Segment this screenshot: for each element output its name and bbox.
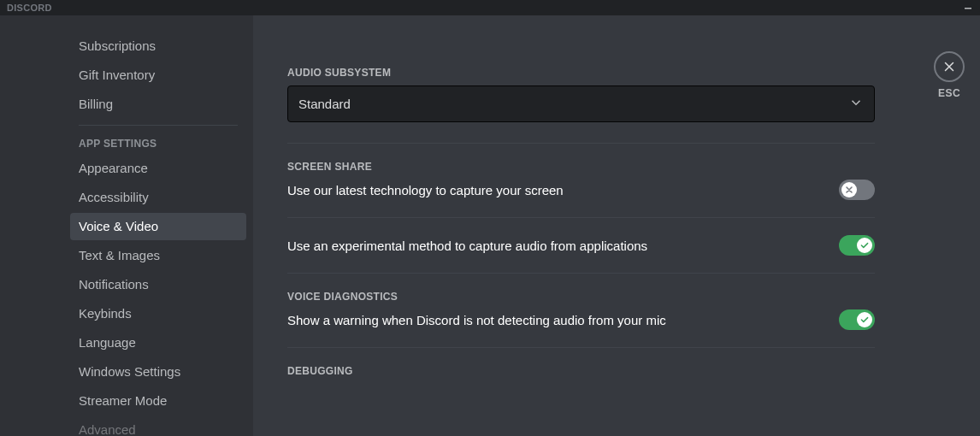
audio-subsystem-section: AUDIO SUBSYSTEM Standard <box>287 67 875 122</box>
sidebar-item-voice-video[interactable]: Voice & Video <box>70 213 246 240</box>
sidebar-section-header: APP SETTINGS <box>70 133 246 155</box>
toggle-handle <box>841 182 857 197</box>
sidebar-item-streamer-mode[interactable]: Streamer Mode <box>70 387 246 415</box>
screen-capture-tech-row: Use our latest technology to capture you… <box>287 180 875 217</box>
mic-warning-label: Show a warning when Discord is not detec… <box>287 313 666 327</box>
debugging-section: DEBUGGING <box>287 365 875 377</box>
sidebar-item-billing[interactable]: Billing <box>70 91 246 118</box>
sidebar-item-language[interactable]: Language <box>70 329 246 356</box>
titlebar: DISCORD <box>0 0 980 15</box>
mic-warning-toggle[interactable] <box>839 309 875 330</box>
toggle-handle <box>857 312 872 327</box>
screen-capture-tech-toggle[interactable] <box>839 180 875 200</box>
screen-share-section: SCREEN SHARE Use our latest technology t… <box>287 161 875 274</box>
divider <box>287 217 875 218</box>
close-button[interactable] <box>934 51 965 82</box>
window-controls <box>963 3 973 13</box>
sidebar-item-advanced[interactable]: Advanced <box>70 416 246 436</box>
settings-content: AUDIO SUBSYSTEM Standard SCREEN SHARE Us… <box>253 15 980 436</box>
mic-warning-row: Show a warning when Discord is not detec… <box>287 309 875 347</box>
sidebar-item-text-images[interactable]: Text & Images <box>70 242 246 269</box>
minimize-icon[interactable] <box>963 3 973 13</box>
sidebar-item-subscriptions[interactable]: Subscriptions <box>70 32 246 60</box>
sidebar-divider <box>79 125 238 126</box>
sidebar-item-windows-settings[interactable]: Windows Settings <box>70 358 246 386</box>
experimental-audio-capture-row: Use an experimental method to capture au… <box>287 235 875 273</box>
voice-diagnostics-header: VOICE DIAGNOSTICS <box>287 291 875 303</box>
debugging-header: DEBUGGING <box>287 365 875 377</box>
sidebar-item-accessibility[interactable]: Accessibility <box>70 184 246 211</box>
screen-share-header: SCREEN SHARE <box>287 161 875 173</box>
sidebar-item-gift-inventory[interactable]: Gift Inventory <box>70 62 246 89</box>
settings-sidebar: Subscriptions Gift Inventory Billing APP… <box>0 15 253 436</box>
audio-subsystem-header: AUDIO SUBSYSTEM <box>287 67 875 79</box>
close-icon <box>942 59 957 74</box>
select-value: Standard <box>298 97 351 111</box>
voice-diagnostics-section: VOICE DIAGNOSTICS Show a warning when Di… <box>287 291 875 348</box>
svg-rect-0 <box>965 8 971 9</box>
audio-subsystem-select[interactable]: Standard <box>287 85 875 122</box>
close-area: ESC <box>934 51 965 99</box>
experimental-audio-capture-toggle[interactable] <box>839 235 875 256</box>
chevron-down-icon <box>848 95 864 113</box>
sidebar-item-notifications[interactable]: Notifications <box>70 271 246 298</box>
divider <box>287 347 875 348</box>
sidebar-item-keybinds[interactable]: Keybinds <box>70 300 246 327</box>
app-title: DISCORD <box>7 3 52 13</box>
divider <box>287 143 875 144</box>
close-label: ESC <box>938 87 960 99</box>
divider <box>287 273 875 274</box>
toggle-handle <box>857 238 872 253</box>
sidebar-item-appearance[interactable]: Appearance <box>70 155 246 182</box>
experimental-audio-capture-label: Use an experimental method to capture au… <box>287 239 647 253</box>
screen-capture-tech-label: Use our latest technology to capture you… <box>287 183 564 197</box>
